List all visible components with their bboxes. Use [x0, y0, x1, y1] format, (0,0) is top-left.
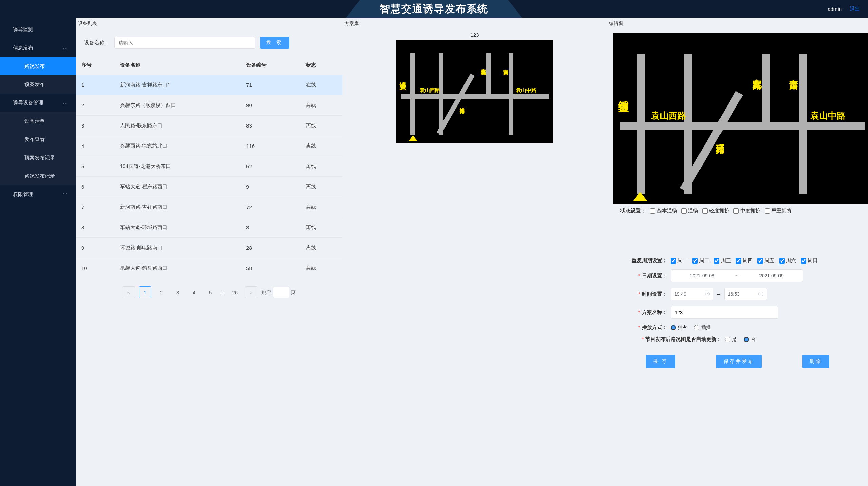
day-checkbox[interactable]: 周四: [736, 257, 753, 264]
planname-label: 方案名称：: [613, 309, 667, 316]
page-2[interactable]: 2: [155, 286, 167, 298]
day-checkbox[interactable]: 周日: [801, 257, 818, 264]
page-next[interactable]: >: [245, 286, 257, 298]
status-opt-2[interactable]: 轻度拥挤: [702, 208, 729, 214]
page-1[interactable]: 1: [139, 286, 151, 298]
chevron-down-icon: ﹀: [63, 192, 67, 197]
status-opt-3[interactable]: 中度拥挤: [733, 208, 761, 214]
day-checkbox[interactable]: 周三: [714, 257, 731, 264]
sidebar-item-device-mgmt[interactable]: 诱导设备管理︿: [0, 94, 76, 112]
device-name-input[interactable]: [114, 37, 255, 49]
play-label: 播放方式：: [613, 324, 667, 331]
logout-link[interactable]: 退出: [850, 6, 860, 12]
col-seq: 序号: [76, 56, 115, 75]
date-label: 日期设置：: [613, 273, 667, 279]
table-row[interactable]: 2兴馨东路（顺溪楼）西口90离线: [76, 95, 342, 115]
app-header: 智慧交通诱导发布系统 admin 退出: [0, 0, 868, 18]
status-opt-4[interactable]: 严重拥挤: [765, 208, 792, 214]
table-row[interactable]: 8车站大道-环城路西口3离线: [76, 217, 342, 237]
sidebar-item-device-list[interactable]: 设备清单: [0, 112, 76, 130]
road-map-preview[interactable]: 锦绣大道 袁山西路 宜春北路 高士路 袁山中路 环城西路: [396, 40, 553, 143]
day-checkbox[interactable]: 周二: [692, 257, 709, 264]
date-range-input[interactable]: 2021-09-08~2021-09-09: [671, 269, 803, 282]
search-label: 设备名称：: [84, 40, 110, 46]
sidebar-item-permissions[interactable]: 权限管理﹀: [0, 185, 76, 203]
sidebar-item-plan-publish[interactable]: 预案发布: [0, 75, 76, 94]
device-table: 序号 设备名称 设备编号 状态 1新河南路-吉祥路东口171在线2兴馨东路（顺溪…: [76, 56, 342, 278]
sidebar-item-road-publish[interactable]: 路况发布: [0, 57, 76, 75]
page-3[interactable]: 3: [172, 286, 184, 298]
sidebar-item-road-records[interactable]: 路况发布记录: [0, 167, 76, 185]
sidebar-item-plan-records[interactable]: 预案发布记录: [0, 149, 76, 167]
table-row[interactable]: 4兴馨西路-徐家站北口116离线: [76, 136, 342, 156]
chevron-up-icon: ︿: [63, 45, 67, 51]
table-row[interactable]: 1新河南路-吉祥路东口171在线: [76, 75, 342, 95]
app-title: 智慧交通诱导发布系统: [380, 2, 488, 16]
col-name: 设备名称: [115, 56, 241, 75]
you-are-here-icon: [408, 135, 418, 141]
table-row[interactable]: 5104国道-龙港大桥东口52离线: [76, 156, 342, 176]
page-jump-input[interactable]: [273, 287, 289, 298]
plan-name-input[interactable]: [671, 306, 778, 319]
time-from-input[interactable]: 19:49: [671, 288, 713, 300]
clock-icon: [758, 292, 763, 296]
road-map-editor[interactable]: 锦绣大道 袁山西路 宜春北路 高士路 袁山中路 环城西路: [613, 33, 868, 204]
page-ellipsis: ···: [220, 290, 225, 295]
search-button[interactable]: 搜 索: [260, 37, 289, 49]
pagination: < 1 2 3 4 5 ··· 26 > 跳至页: [76, 278, 342, 307]
sidebar: 诱导监测 信息发布︿ 路况发布 预案发布 诱导设备管理︿ 设备清单 发布查看 预…: [0, 18, 76, 486]
panel-title-editor: 编辑窗: [607, 18, 868, 29]
table-row[interactable]: 7新河南路-吉祥路南口72离线: [76, 197, 342, 217]
you-are-here-icon: [633, 192, 647, 201]
play-opt-exclusive[interactable]: 独占: [671, 325, 687, 331]
col-status: 状态: [300, 56, 342, 75]
table-row[interactable]: 10昆馨大道-鸽巢路西口58离线: [76, 258, 342, 278]
table-row[interactable]: 3人民路-联东路东口83离线: [76, 115, 342, 136]
time-label: 时间设置：: [613, 291, 667, 297]
day-checkbox[interactable]: 周六: [779, 257, 796, 264]
sidebar-item-publish[interactable]: 信息发布︿: [0, 39, 76, 57]
auto-opt-no[interactable]: 否: [744, 336, 755, 343]
panel-title-plan: 方案库: [342, 18, 607, 29]
page-5[interactable]: 5: [204, 286, 216, 298]
col-code: 设备编号: [241, 56, 300, 75]
panel-title-devices: 设备列表: [76, 18, 342, 29]
chevron-up-icon: ︿: [63, 100, 67, 106]
status-opt-0[interactable]: 基本通畅: [650, 208, 677, 214]
play-opt-insert[interactable]: 插播: [694, 325, 711, 331]
table-row[interactable]: 9环城路-邮电路南口28离线: [76, 237, 342, 258]
table-row[interactable]: 6车站大道-瞿东路西口9离线: [76, 176, 342, 197]
page-prev[interactable]: <: [123, 286, 135, 298]
save-button[interactable]: 保 存: [646, 355, 675, 368]
plan-name: 123: [342, 29, 607, 40]
clock-icon: [705, 292, 710, 296]
current-user: admin: [828, 6, 842, 12]
save-publish-button[interactable]: 保存并发布: [716, 355, 762, 368]
repeat-label: 重复周期设置：: [613, 257, 667, 264]
day-checkbox[interactable]: 周一: [671, 257, 688, 264]
status-opt-1[interactable]: 通畅: [681, 208, 698, 214]
sidebar-item-publish-view[interactable]: 发布查看: [0, 130, 76, 149]
time-to-input[interactable]: 16:53: [724, 288, 767, 300]
sidebar-item-monitor[interactable]: 诱导监测: [0, 20, 76, 39]
autoupdate-label: 节目发布后路况图是否自动更新：: [613, 336, 722, 343]
page-last[interactable]: 26: [229, 286, 241, 298]
day-checkbox[interactable]: 周五: [757, 257, 774, 264]
status-label: 状态设置：: [620, 208, 646, 214]
page-4[interactable]: 4: [188, 286, 200, 298]
auto-opt-yes[interactable]: 是: [725, 336, 737, 343]
delete-button[interactable]: 删除: [802, 355, 829, 368]
